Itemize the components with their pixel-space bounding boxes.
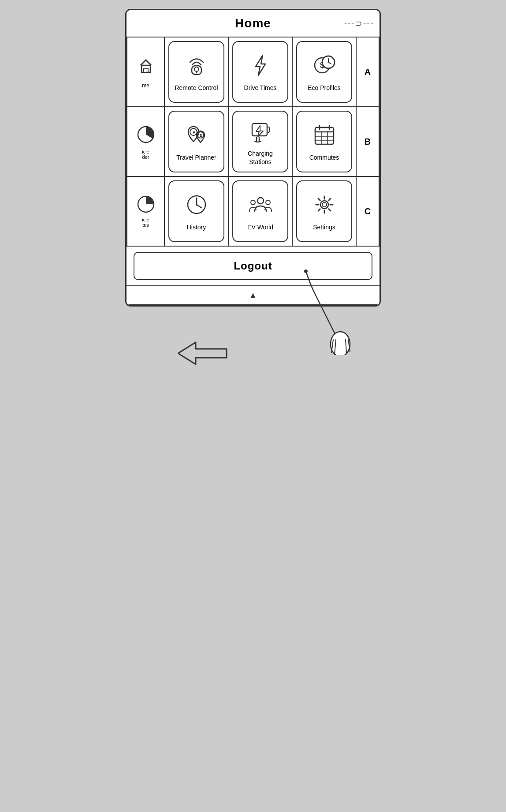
drive-times-icon	[249, 53, 272, 80]
vehicle-finder-icon-partial	[137, 123, 155, 147]
travel-planner-cell: A B Travel Planner	[165, 107, 229, 177]
home-icon-partial	[137, 56, 155, 81]
row-b-left-label: icleder	[142, 149, 149, 160]
up-arrow-icon: ▲	[249, 291, 257, 300]
commutes-label: Commutes	[309, 153, 339, 161]
phone-frame: Home - - - ⊃ - - - me	[125, 9, 381, 307]
settings-tile[interactable]: Settings	[296, 180, 352, 242]
commutes-cell: Commutes	[293, 107, 357, 177]
history-cell: History	[165, 177, 229, 247]
charging-stations-cell: Charging Stations	[229, 107, 293, 177]
svg-rect-23	[315, 127, 334, 144]
back-arrow	[178, 340, 231, 368]
charging-stations-label: Charging Stations	[237, 150, 284, 165]
commutes-icon	[313, 123, 336, 150]
ev-world-tile[interactable]: EV World	[232, 180, 288, 242]
svg-point-38	[251, 200, 255, 205]
travel-planner-icon: A B	[185, 123, 208, 150]
side-label-b: B	[357, 107, 379, 177]
svg-point-49	[322, 202, 327, 207]
svg-point-37	[257, 198, 264, 204]
charging-stations-tile[interactable]: Charging Stations	[232, 111, 288, 172]
svg-marker-5	[256, 55, 265, 75]
svg-point-39	[266, 200, 270, 205]
row-b-left-partial: icleder	[127, 107, 165, 177]
travel-planner-tile[interactable]: A B Travel Planner	[168, 111, 224, 172]
header: Home - - - ⊃ - - -	[126, 10, 380, 37]
history-label: History	[187, 223, 206, 231]
ev-world-label: EV World	[247, 223, 273, 231]
svg-point-4	[196, 72, 197, 74]
main-grid: me	[126, 37, 380, 247]
side-label-a: A	[357, 37, 379, 107]
svg-point-40	[320, 201, 328, 209]
eco-profiles-icon: $	[313, 53, 336, 80]
remote-control-cell: Remote Control	[165, 37, 229, 107]
row-a-left-partial: me	[127, 37, 165, 107]
history-tile[interactable]: History	[168, 180, 224, 242]
svg-point-12	[327, 62, 329, 63]
svg-rect-19	[267, 127, 269, 132]
row-c-left-label: icletus	[142, 217, 149, 228]
svg-point-51	[304, 269, 308, 273]
history-icon	[185, 193, 208, 220]
svg-point-52	[331, 332, 350, 355]
settings-cell: Settings	[293, 177, 357, 247]
svg-line-46	[328, 209, 330, 211]
svg-point-36	[196, 204, 197, 206]
svg-line-47	[328, 198, 330, 200]
row-c-left-partial: icletus	[127, 177, 165, 247]
side-label-c: C	[357, 177, 379, 247]
drive-times-label: Drive Times	[244, 84, 277, 92]
svg-rect-24	[315, 127, 334, 132]
remote-control-label: Remote Control	[175, 84, 218, 92]
charging-stations-icon	[249, 119, 272, 146]
settings-icon	[313, 193, 336, 220]
commutes-tile[interactable]: Commutes	[296, 111, 352, 172]
eco-profiles-tile[interactable]: $ Eco Profiles	[296, 41, 352, 103]
ev-world-cell: EV World	[229, 177, 293, 247]
svg-text:A: A	[193, 130, 196, 135]
eco-profiles-cell: $ Eco Profiles	[293, 37, 357, 107]
header-icon: - - - ⊃ - - -	[344, 18, 372, 29]
remote-control-tile[interactable]: Remote Control	[168, 41, 224, 103]
header-title: Home	[235, 16, 271, 30]
svg-line-48	[318, 209, 320, 211]
row-a-left-label: me	[142, 82, 149, 89]
svg-text:B: B	[200, 133, 203, 138]
svg-point-3	[194, 67, 199, 71]
remote-control-icon	[186, 53, 208, 80]
ev-world-icon	[249, 193, 272, 220]
drive-times-tile[interactable]: Drive Times	[232, 41, 288, 103]
pointer-annotation	[301, 267, 354, 357]
settings-label: Settings	[313, 223, 335, 231]
svg-marker-50	[178, 342, 227, 364]
vehicle-status-icon-partial	[137, 195, 155, 215]
phone-outer: Home - - - ⊃ - - - me	[125, 9, 381, 377]
drive-times-cell: Drive Times	[229, 37, 293, 107]
travel-planner-label: Travel Planner	[176, 153, 216, 161]
eco-profiles-label: Eco Profiles	[308, 84, 341, 92]
svg-marker-20	[256, 126, 263, 137]
svg-line-45	[318, 198, 320, 200]
